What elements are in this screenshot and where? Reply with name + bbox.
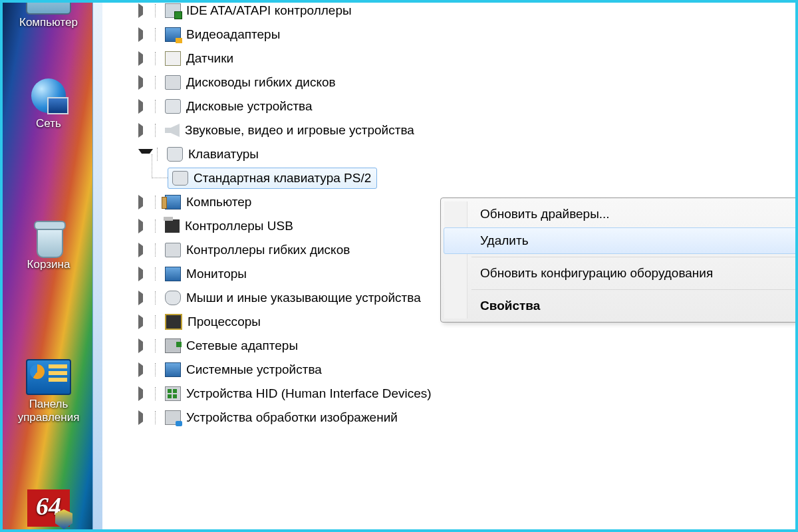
desktop-icon-computer[interactable]: Компьютер [5, 0, 92, 29]
tree-node[interactable]: Дисководы гибких дисков [138, 70, 432, 94]
tree-node-label: Видеоадаптеры [186, 27, 280, 42]
pc-icon [165, 195, 181, 209]
device-tree[interactable]: IDE ATA/ATAPI контроллерыВидеоадаптерыДа… [138, 0, 432, 430]
desktop-icon-label: Компьютер [5, 16, 92, 29]
tree-node[interactable]: Компьютер [138, 190, 432, 214]
screenshot-frame: Компьютер Сеть Корзина Панель управления… [0, 0, 798, 532]
kb-icon [167, 147, 183, 162]
chevron-right-icon[interactable] [138, 123, 151, 138]
device-manager-panel: IDE ATA/ATAPI контроллерыВидеоадаптерыДа… [108, 3, 795, 529]
tree-node[interactable]: Контроллеры USB [138, 214, 432, 238]
tree-node-label: Датчики [186, 51, 233, 66]
tree-node-label: Дисковые устройства [186, 99, 313, 114]
tree-node-label: Мониторы [186, 267, 247, 281]
context-menu-item[interactable]: Свойства [444, 293, 798, 319]
nic-icon [165, 338, 181, 353]
chevron-right-icon[interactable] [138, 338, 151, 353]
tree-node-label: Системные устройства [186, 362, 322, 377]
tree-node[interactable]: Сетевые адаптеры [138, 334, 432, 358]
tree-node-label: Контроллеры гибких дисков [186, 243, 350, 257]
desktop-icon-aida64[interactable]: 64 [5, 489, 92, 527]
desktop-icon-label: Сеть [5, 117, 92, 130]
tree-node-label: Контроллеры USB [185, 219, 293, 233]
desktop-strip: Компьютер Сеть Корзина Панель управления… [3, 3, 102, 529]
tree-node-selected[interactable]: Стандартная клавиатура PS/2 [168, 168, 377, 189]
chevron-right-icon[interactable] [138, 386, 151, 401]
context-menu-item[interactable]: Удалить [444, 227, 798, 254]
mon-icon [165, 267, 181, 281]
hdd-icon [165, 99, 181, 114]
chevron-right-icon[interactable] [138, 99, 151, 114]
tree-node[interactable]: Устройства обработки изображений [138, 406, 432, 430]
chevron-right-icon[interactable] [138, 315, 151, 329]
taskbar-edge [92, 3, 102, 529]
cpu-icon [165, 314, 182, 330]
desktop-icon-control-panel[interactable]: Панель управления [3, 359, 94, 424]
tree-node-label: Процессоры [188, 315, 261, 329]
context-menu-item[interactable]: Обновить драйверы... [444, 201, 798, 227]
chevron-down-icon[interactable] [138, 149, 153, 162]
tree-node[interactable]: Звуковые, видео и игровые устройства [138, 118, 432, 142]
tree-node[interactable]: Системные устройства [138, 358, 432, 382]
tree-node-label: Мыши и иные указывающие устройства [186, 291, 421, 305]
img-icon [165, 410, 181, 425]
sys-icon [165, 362, 181, 377]
desktop-icon-label: Корзина [5, 258, 92, 271]
tree-node-label: Устройства обработки изображений [186, 410, 398, 425]
tree-node[interactable]: Мониторы [138, 262, 432, 286]
chevron-right-icon[interactable] [138, 51, 151, 66]
tree-node[interactable]: Устройства HID (Human Interface Devices) [138, 382, 432, 406]
desktop-icon-label: Панель управления [3, 398, 94, 424]
tree-node-label: Сетевые адаптеры [186, 338, 298, 353]
control-panel-icon [26, 359, 71, 395]
tree-node[interactable]: Клавиатуры [138, 142, 432, 166]
chevron-right-icon[interactable] [138, 3, 151, 18]
network-icon [27, 78, 70, 116]
tree-node[interactable]: Видеоадаптеры [138, 23, 432, 47]
tree-node[interactable]: Контроллеры гибких дисков [138, 238, 432, 262]
hid-icon [165, 386, 181, 401]
tree-node[interactable]: Датчики [138, 47, 432, 70]
tree-node[interactable]: Процессоры [138, 310, 432, 334]
tree-node-label: IDE ATA/ATAPI контроллеры [186, 3, 352, 18]
tree-node[interactable]: Дисковые устройства [138, 94, 432, 118]
sen-icon [165, 51, 181, 66]
tree-child-node[interactable]: Стандартная клавиатура PS/2 [168, 166, 432, 190]
chevron-right-icon[interactable] [138, 410, 151, 425]
ide-icon [165, 3, 181, 18]
chevron-right-icon[interactable] [138, 267, 151, 281]
tree-node[interactable]: Мыши и иные указывающие устройства [138, 286, 432, 310]
tree-node-label: Дисководы гибких дисков [186, 75, 336, 90]
context-menu-separator [471, 257, 798, 257]
context-menu-separator [471, 289, 798, 290]
snd-icon [165, 124, 180, 137]
tree-node-label: Устройства HID (Human Interface Devices) [186, 386, 432, 401]
tree-node[interactable]: IDE ATA/ATAPI контроллеры [138, 0, 432, 23]
kb-icon [172, 171, 188, 186]
tree-node-label: Компьютер [186, 195, 251, 209]
fdd-icon [165, 243, 181, 257]
chevron-right-icon[interactable] [138, 219, 151, 233]
desktop-icon-network[interactable]: Сеть [5, 78, 92, 130]
usb-icon [165, 219, 180, 233]
chevron-right-icon[interactable] [138, 243, 151, 257]
chevron-right-icon[interactable] [138, 362, 151, 377]
tree-node-label: Клавиатуры [188, 147, 259, 162]
tree-node-label: Стандартная клавиатура PS/2 [194, 171, 371, 186]
chevron-right-icon[interactable] [138, 195, 151, 209]
computer-icon [26, 0, 71, 15]
tree-node-label: Звуковые, видео и игровые устройства [185, 123, 414, 138]
chevron-right-icon[interactable] [138, 27, 151, 42]
chevron-right-icon[interactable] [138, 291, 151, 305]
mouse-icon [165, 291, 181, 305]
desktop-icon-recycle-bin[interactable]: Корзина [5, 219, 92, 271]
fdd-icon [165, 75, 181, 90]
aida64-icon: 64 [27, 489, 70, 527]
context-menu-item[interactable]: Обновить конфигурацию оборудования [444, 260, 798, 287]
chevron-right-icon[interactable] [138, 75, 151, 90]
recycle-bin-icon [31, 219, 66, 257]
vid-icon [165, 27, 181, 42]
context-menu: Обновить драйверы...УдалитьОбновить конф… [440, 198, 798, 323]
